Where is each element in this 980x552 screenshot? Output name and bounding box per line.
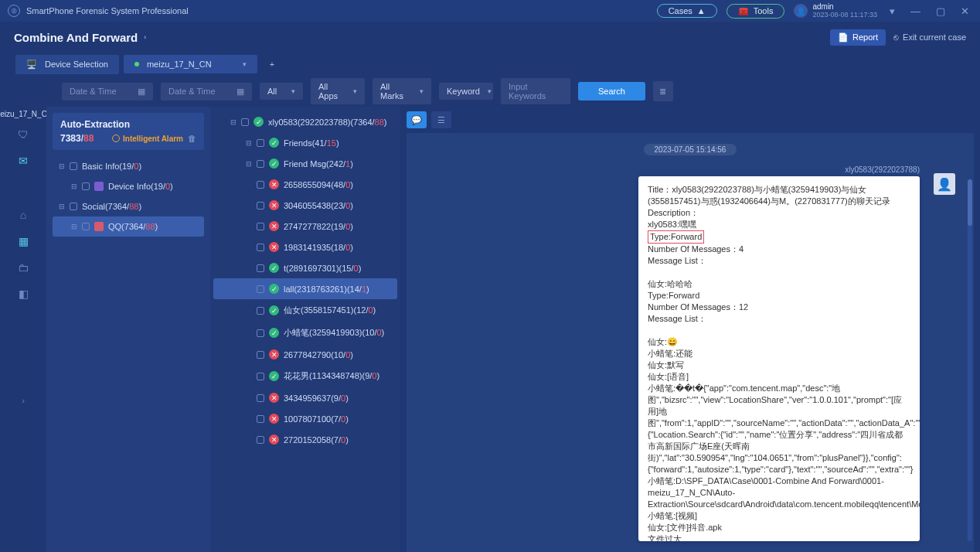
status-badge-icon: ✕ xyxy=(269,434,279,445)
conversation-item[interactable]: ✕1007807100(7/0) xyxy=(213,408,397,429)
chat-view-tab[interactable]: 💬 xyxy=(407,111,427,128)
checkbox[interactable] xyxy=(70,203,77,210)
conversation-item[interactable]: ✕2747277822(19/0) xyxy=(213,216,397,237)
checkbox[interactable] xyxy=(257,181,264,189)
status-badge-icon: ✕ xyxy=(269,393,279,403)
rail-shield-icon[interactable]: 🛡 xyxy=(12,124,34,145)
checkbox[interactable] xyxy=(70,162,77,170)
checkbox[interactable] xyxy=(257,139,264,147)
report-button[interactable]: 📄 Report xyxy=(830,29,886,46)
conversation-item[interactable]: ✕2720152058(7/0) xyxy=(213,429,397,450)
date-to-input[interactable]: Date & Time ▦ xyxy=(161,83,252,101)
keyword-input[interactable]: Input Keywords xyxy=(501,78,570,104)
conversation-item-label: 2658655094(48/0) xyxy=(284,180,353,189)
tools-label: Tools xyxy=(754,6,774,15)
search-button[interactable]: Search xyxy=(578,82,645,101)
conversation-item[interactable]: ⊟✓xly0583(2922023788)(7364/88) xyxy=(213,111,397,132)
message-line: 仙女:哈哈哈 xyxy=(648,278,910,290)
rail-db-icon[interactable]: ◧ xyxy=(12,283,34,305)
checkbox[interactable] xyxy=(257,264,264,272)
filter-marks-select[interactable]: All Marks▾ xyxy=(373,78,431,104)
conversation-item[interactable]: ✕1983141935(18/0) xyxy=(213,237,397,257)
checkbox[interactable] xyxy=(257,244,264,251)
checkbox[interactable] xyxy=(241,118,249,126)
message-line: 小蜡笔:[视频] xyxy=(648,510,910,522)
advanced-filter-button[interactable]: ≣ xyxy=(653,81,673,101)
conversation-item[interactable]: ⊟✓Friend Msg(242/1) xyxy=(213,153,397,174)
conversation-item[interactable]: ✕3046055438(23/0) xyxy=(213,195,397,216)
checkbox[interactable] xyxy=(257,373,264,380)
checkbox[interactable] xyxy=(257,307,264,315)
delete-button[interactable]: 🗑 xyxy=(188,134,196,143)
rail-expand-button[interactable]: › xyxy=(22,396,25,405)
conversation-item[interactable]: ⊟✓Friends(41/15) xyxy=(213,132,397,153)
user-block[interactable]: 👤 admin 2023-08-08 11:17:33 xyxy=(794,3,877,19)
chevron-down-icon: ▾ xyxy=(353,87,357,95)
scrollbar[interactable] xyxy=(968,179,972,541)
add-tab-button[interactable]: + xyxy=(262,55,282,73)
message-bubble[interactable]: Title：xly0583(2922023788)与小蜡笔(3259419903… xyxy=(638,176,920,541)
tab-device-label: meizu_17_N_CN xyxy=(147,60,212,69)
list-view-tab[interactable]: ☰ xyxy=(431,111,451,128)
conversation-item[interactable]: ✕3434959637(9/0) xyxy=(213,387,397,408)
conversation-item[interactable]: ✓小蜡笔(3259419903)(10/0) xyxy=(213,322,397,344)
checkbox[interactable] xyxy=(82,182,90,190)
conversation-item-label: xly0583(2922023788)(7364/88) xyxy=(268,118,387,127)
conversation-item-label: 3434959637(9/0) xyxy=(284,394,349,403)
checkbox[interactable] xyxy=(257,223,264,230)
auto-extraction-header[interactable]: Auto-Extraction 7383/88 Intelligent Alar… xyxy=(53,113,204,150)
filter-keyword-select[interactable]: Keyword▾ xyxy=(439,83,493,100)
checkbox[interactable] xyxy=(257,285,264,293)
filter-all-select[interactable]: All▾ xyxy=(260,83,303,100)
toggle-icon: ⊟ xyxy=(71,223,77,230)
conversation-item[interactable]: ✕2677842790(10/0) xyxy=(213,344,397,365)
conversation-item[interactable]: ✓花花男(1134348748)(9/0) xyxy=(213,365,397,387)
status-badge-icon: ✓ xyxy=(269,158,279,169)
rail-home-icon[interactable]: ⌂ xyxy=(12,204,34,226)
conversation-item[interactable]: ✕2658655094(48/0) xyxy=(213,174,397,195)
tree-item[interactable]: ⊟Social(7364/88) xyxy=(53,196,204,216)
tree-item-label: QQ(7364/88) xyxy=(108,222,158,231)
checkbox[interactable] xyxy=(257,436,264,444)
app-title: SmartPhone Forensic System Professional xyxy=(26,6,189,15)
info-icon xyxy=(94,182,104,191)
conversation-item[interactable]: ✓t(2891697301)(15/0) xyxy=(213,257,397,278)
rail-grid-icon[interactable]: ▦ xyxy=(12,230,34,252)
sender-avatar-icon: 👤 xyxy=(934,173,955,195)
conversation-item[interactable]: ✓lall(2318763261)(14/1) xyxy=(213,278,397,299)
tools-button[interactable]: 🧰 Tools xyxy=(726,4,785,19)
checkbox[interactable] xyxy=(257,329,264,337)
checkbox[interactable] xyxy=(257,202,264,210)
message-line: 仙女:[文件]抖音.apk xyxy=(648,522,910,533)
report-icon: 📄 xyxy=(838,32,849,43)
cases-label: Cases xyxy=(669,6,692,15)
filter-apps-select[interactable]: All Apps▾ xyxy=(311,78,365,104)
qq-icon xyxy=(94,222,104,231)
tree-item[interactable]: ⊟Device Info(19/0) xyxy=(53,176,204,196)
tree-item-label: Basic Info(19/0) xyxy=(82,162,141,171)
tab-device[interactable]: meizu_17_N_CN ▾ xyxy=(124,55,257,73)
checkbox[interactable] xyxy=(257,415,264,423)
maximize-button[interactable]: ▢ xyxy=(933,5,948,17)
rail-mail-icon[interactable]: ✉ xyxy=(12,150,34,172)
tree-item[interactable]: ⊟QQ(7364/88) xyxy=(53,216,204,237)
close-button[interactable]: ✕ xyxy=(958,5,972,17)
calendar-icon: ▦ xyxy=(138,87,145,97)
minimize-button[interactable]: — xyxy=(907,5,924,17)
checkbox[interactable] xyxy=(82,223,90,230)
tree-item[interactable]: ⊟Basic Info(19/0) xyxy=(53,156,204,176)
checkbox[interactable] xyxy=(257,394,264,402)
status-badge-icon: ✓ xyxy=(269,371,279,381)
conversation-item[interactable]: ✓仙女(3558157451)(12/0) xyxy=(213,299,397,322)
checkbox[interactable] xyxy=(257,160,264,168)
page-header: Combine And Forward › 📄 Report ⎋ Exit cu… xyxy=(0,22,980,53)
cases-button[interactable]: Cases ▲ xyxy=(657,4,717,18)
exit-case-button[interactable]: ⎋ Exit current case xyxy=(893,32,966,42)
device-selection-button[interactable]: 🖥️ Device Selection xyxy=(15,55,119,74)
rail-folder-icon[interactable]: 🗀 xyxy=(12,257,34,278)
dropdown-icon[interactable]: ▾ xyxy=(886,5,898,17)
conversation-item-label: 2677842790(10/0) xyxy=(284,350,353,359)
checkbox[interactable] xyxy=(257,351,264,359)
chevron-down-icon: ▾ xyxy=(420,87,424,95)
date-from-input[interactable]: Date & Time ▦ xyxy=(62,83,153,101)
